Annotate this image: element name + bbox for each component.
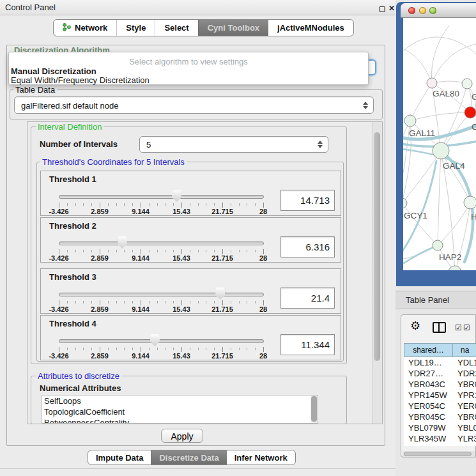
panel-bottom-divider xyxy=(0,468,395,469)
tick-label: 15.43 xyxy=(162,352,201,360)
slider-tick xyxy=(91,301,92,303)
table-rows: YDL19…YDL1YDR27…YDR2YBR043CYBR0YPR145WYP… xyxy=(404,357,476,446)
slider-tick xyxy=(116,250,117,252)
slider-track[interactable] xyxy=(59,293,264,296)
attribute-list-item[interactable]: TopologicalCoefficient xyxy=(42,406,318,417)
split-view-icon[interactable] xyxy=(433,322,446,333)
network-canvas[interactable]: GAL80GACGAL11GAL4GCY1HHAP2 xyxy=(403,18,476,270)
slider-tick xyxy=(100,203,100,208)
table-row[interactable]: YLR345WYLR3 xyxy=(404,433,476,444)
slider-tick xyxy=(173,348,174,350)
network-window-titlebar[interactable] xyxy=(401,3,476,18)
minimize-traffic-light-icon[interactable] xyxy=(419,7,426,14)
slider-tick xyxy=(222,347,223,352)
table-row[interactable]: YPR145WYPR1 xyxy=(404,390,476,401)
slider-tick xyxy=(124,203,125,206)
network-node-hap2[interactable] xyxy=(433,240,443,250)
tab-infer-network[interactable]: Infer Network xyxy=(227,450,295,464)
slider-thumb[interactable] xyxy=(215,288,225,300)
numerical-attributes-label: Numerical Attributes xyxy=(40,383,121,393)
network-node-gal80[interactable] xyxy=(427,78,437,88)
cell-shared-name: YIL052C xyxy=(404,444,453,446)
network-node-gal4[interactable] xyxy=(433,142,449,159)
slider-track[interactable] xyxy=(59,242,264,245)
network-node-gcy1[interactable] xyxy=(403,198,407,208)
cell-name: YBR0 xyxy=(453,411,476,422)
horizontal-scrollbar-track[interactable] xyxy=(403,451,475,457)
close-traffic-light-icon[interactable] xyxy=(408,7,415,14)
table-row[interactable]: YBL079WYBL0 xyxy=(404,422,476,433)
gear-icon[interactable]: ⚙ xyxy=(410,319,420,333)
tab-style[interactable]: Style xyxy=(116,20,155,36)
algorithm-option-equal-width[interactable]: Equal Width/Frequency Discretization xyxy=(11,75,150,85)
table-row[interactable]: YBR043CYBR0 xyxy=(404,379,476,390)
control-panel-titlebar: Control Panel ▢ ✕ xyxy=(0,0,395,15)
table-row[interactable]: YIL052CYIL0 xyxy=(404,444,476,446)
checkbox-icon[interactable]: ☑ xyxy=(463,323,470,332)
number-of-intervals-combobox[interactable]: 5 xyxy=(139,136,328,153)
tick-label: 21.715 xyxy=(203,208,242,215)
network-node-h[interactable] xyxy=(464,196,476,209)
zoom-traffic-light-icon[interactable] xyxy=(429,7,436,14)
algorithm-option-manual[interactable]: Manual Discretization xyxy=(11,66,96,76)
network-node-c[interactable] xyxy=(464,107,476,118)
threshold-value-field[interactable]: 21.4 xyxy=(280,288,335,309)
slider-tick xyxy=(214,250,215,252)
slider-tick xyxy=(67,250,68,252)
attribute-list-item[interactable]: SelfLoops xyxy=(42,395,318,406)
slider-tick xyxy=(149,250,150,252)
float-window-icon[interactable]: ▢ xyxy=(378,4,387,13)
column-header-name[interactable]: na xyxy=(453,343,476,357)
tick-label: 9.144 xyxy=(121,254,160,262)
threshold-label: Threshold 3 xyxy=(49,272,96,282)
slider-tick xyxy=(75,203,76,206)
slider-tick xyxy=(108,250,109,252)
cell-shared-name: YER054C xyxy=(404,401,453,411)
network-node-gal11[interactable] xyxy=(404,115,416,127)
checkbox-icon[interactable]: ☑ xyxy=(455,323,462,332)
slider-track[interactable] xyxy=(59,195,264,199)
tab-cyni-toolbox[interactable]: Cyni Toolbox xyxy=(198,20,268,36)
node-label: GAL11 xyxy=(409,128,435,138)
slider-tick xyxy=(239,348,240,350)
table-row[interactable]: YER054CYER0 xyxy=(404,401,476,411)
tab-network[interactable]: Network xyxy=(54,20,116,36)
tab-select[interactable]: Select xyxy=(155,20,197,36)
table-row[interactable]: YBR045CYBR0 xyxy=(404,411,476,422)
slider-tick xyxy=(116,301,117,303)
slider-tick xyxy=(231,203,231,206)
table-row[interactable]: YDL19…YDL1 xyxy=(404,357,476,368)
slider-tick xyxy=(239,250,240,252)
slider-tick xyxy=(75,250,76,252)
close-icon[interactable]: ✕ xyxy=(387,4,396,13)
threshold-value-field[interactable]: 14.713 xyxy=(280,190,335,211)
threshold-label: Threshold 1 xyxy=(49,174,96,184)
network-icon xyxy=(63,23,71,33)
slider-tick xyxy=(255,250,256,252)
cell-shared-name: YBL079W xyxy=(404,422,453,433)
threshold-value-field[interactable]: 11.344 xyxy=(280,334,335,355)
apply-button[interactable]: Apply xyxy=(161,429,203,443)
network-edge xyxy=(403,151,441,203)
tab-jactivemnodules[interactable]: jActiveMNodules xyxy=(268,20,353,36)
slider-thumb[interactable] xyxy=(118,236,127,249)
tab-discretize-data[interactable]: Discretize Data xyxy=(151,450,226,464)
slider-tick xyxy=(231,301,231,303)
horizontal-scrollbar-thumb[interactable] xyxy=(404,452,472,456)
vertical-scrollbar-thumb[interactable] xyxy=(374,132,380,361)
threshold-panel: Threshold 2-3.4262.8599.14415.4321.71528… xyxy=(40,217,341,263)
network-node-ga[interactable] xyxy=(462,79,472,89)
table-data-combobox[interactable]: galFiltered.sif default node xyxy=(14,96,374,114)
table-row[interactable]: YDR27…YDR2 xyxy=(404,368,476,379)
column-header-shared-name[interactable]: shared… xyxy=(404,343,453,357)
tab-label: Impute Data xyxy=(96,453,143,463)
list-scrollbar-thumb[interactable] xyxy=(311,396,317,422)
threshold-value-field[interactable]: 6.316 xyxy=(280,236,335,257)
tab-impute-data[interactable]: Impute Data xyxy=(88,450,151,464)
slider-track[interactable] xyxy=(59,339,264,343)
slider-thumb[interactable] xyxy=(150,334,160,346)
tick-label: 15.43 xyxy=(162,254,201,262)
attribute-list-item[interactable]: BetweennessCentrality xyxy=(42,417,318,424)
slider-thumb[interactable] xyxy=(172,190,181,202)
node-label: GA xyxy=(472,92,476,102)
